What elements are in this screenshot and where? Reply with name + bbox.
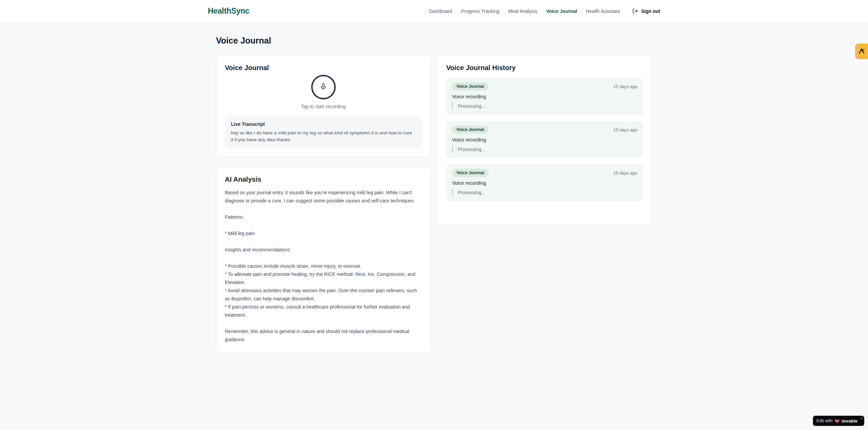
history-entry-header: Voice Journal 15 days ago <box>452 82 637 90</box>
microphone-icon <box>320 83 327 91</box>
lovable-brand-label: lovable <box>842 418 857 424</box>
history-card-title: Voice Journal History <box>446 64 643 72</box>
history-entry[interactable]: Voice Journal 15 days ago Voice recordin… <box>446 121 643 158</box>
sign-out-button[interactable]: Sign out <box>632 8 660 14</box>
logout-icon <box>632 8 638 14</box>
navbar-inner: HealthSync Dashboard Progress Tracking M… <box>208 6 660 16</box>
entry-timestamp: 15 days ago <box>613 127 637 132</box>
live-transcript-label: Live Transcript <box>231 121 416 127</box>
voice-journal-history-card: Voice Journal History Voice Journal 15 d… <box>437 55 652 225</box>
live-transcript-box: Live Transcript hey so like I do have a … <box>225 117 422 149</box>
right-column: Voice Journal History Voice Journal 15 d… <box>437 55 652 225</box>
history-entries-list: Voice Journal 15 days ago Voice recordin… <box>446 78 643 201</box>
history-entry-header: Voice Journal 15 days ago <box>452 126 637 134</box>
side-widget-button[interactable] <box>855 44 868 59</box>
tap-to-record-hint: Tap to start recording <box>301 104 346 109</box>
edit-with-lovable-badge[interactable]: Edit with lovable × <box>813 416 864 426</box>
ai-analysis-title: AI Analysis <box>225 176 422 183</box>
main-nav: Dashboard Progress Tracking Meal Analysi… <box>429 8 660 14</box>
nav-item-meal-analysis[interactable]: Meal Analysis <box>508 9 537 14</box>
entry-timestamp: 15 days ago <box>613 170 637 176</box>
entry-type-badge: Voice Journal <box>452 126 488 134</box>
nav-item-dashboard[interactable]: Dashboard <box>429 9 452 14</box>
app-logo[interactable]: HealthSync <box>208 6 249 16</box>
left-column: Voice Journal Tap to start recording <box>216 55 431 352</box>
entry-type-badge: Voice Journal <box>452 169 488 177</box>
recorder-card-title: Voice Journal <box>225 64 422 72</box>
recorder-area: Tap to start recording <box>225 75 422 109</box>
live-transcript-text: hey so like I do have a mild pain in my … <box>231 130 416 143</box>
entry-title: Voice recording <box>452 137 637 143</box>
history-entry[interactable]: Voice Journal 15 days ago Voice recordin… <box>446 164 643 201</box>
sign-out-label: Sign out <box>641 9 660 14</box>
edit-with-label: Edit with <box>817 418 833 423</box>
voice-recorder-card: Voice Journal Tap to start recording <box>216 55 431 158</box>
nav-item-voice-journal[interactable]: Voice Journal <box>546 9 577 14</box>
ai-analysis-card: AI Analysis Based on your journal entry,… <box>216 167 431 352</box>
gradient-heart-icon <box>835 418 840 423</box>
entry-type-badge: Voice Journal <box>452 82 488 90</box>
content-grid: Voice Journal Tap to start recording <box>216 55 652 352</box>
page-content: Voice Journal Voice Journal <box>216 22 652 352</box>
nav-item-progress-tracking[interactable]: Progress Tracking <box>461 9 499 14</box>
lambda-logo-icon <box>858 47 865 56</box>
nav-item-health-assistant[interactable]: Health Assistant <box>586 9 620 14</box>
entry-processing-status: Processing... <box>452 189 637 196</box>
history-entry-header: Voice Journal 15 days ago <box>452 169 637 177</box>
record-button[interactable] <box>311 75 336 99</box>
page-title: Voice Journal <box>216 36 652 46</box>
entry-title: Voice recording <box>452 94 637 99</box>
history-entry[interactable]: Voice Journal 15 days ago Voice recordin… <box>446 78 643 115</box>
badge-close-icon[interactable]: × <box>861 416 863 420</box>
entry-processing-status: Processing... <box>452 102 637 110</box>
entry-processing-status: Processing... <box>452 146 637 153</box>
top-navbar: HealthSync Dashboard Progress Tracking M… <box>0 0 868 22</box>
entry-timestamp: 15 days ago <box>613 84 637 89</box>
entry-title: Voice recording <box>452 180 637 186</box>
ai-analysis-text: Based on your journal entry, it sounds l… <box>225 188 422 344</box>
